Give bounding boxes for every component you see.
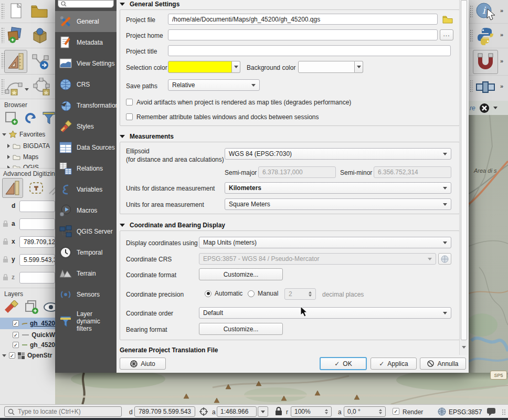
cancel-button[interactable]: Annulla bbox=[420, 358, 466, 370]
digitizing-a-input[interactable] bbox=[19, 218, 55, 230]
lock-icon[interactable] bbox=[3, 238, 8, 245]
layer-row[interactable]: ✓ OpenStr bbox=[0, 350, 55, 361]
help-button[interactable]: Aiuto bbox=[120, 358, 166, 370]
render-checkbox[interactable]: ✓ bbox=[393, 408, 399, 415]
layer-row[interactable]: ✓ QuickW bbox=[0, 330, 55, 340]
distance-units-combobox[interactable]: Kilometers bbox=[225, 182, 451, 194]
digitizing-x-input[interactable]: 789.709,128 bbox=[19, 236, 55, 248]
sidebar-item-macros[interactable]: Macros bbox=[55, 200, 117, 221]
project-home-input[interactable] bbox=[168, 29, 438, 40]
sidebar-item-transformations[interactable]: Transformations bbox=[55, 95, 117, 116]
translation-header[interactable]: Generate Project Translation File bbox=[120, 346, 218, 354]
sidebar-item-relations[interactable]: Relations bbox=[55, 158, 117, 179]
project-file-browse-button[interactable] bbox=[441, 14, 454, 25]
measurements-header[interactable]: Measurements bbox=[120, 132, 174, 141]
area-units-combobox[interactable]: Square Meters bbox=[225, 198, 451, 210]
browser-item-bigdata[interactable]: BIGDATA bbox=[7, 142, 50, 150]
digitizing-enable-button[interactable] bbox=[2, 178, 23, 198]
identify-features-button[interactable]: i bbox=[474, 1, 497, 22]
add-group-button[interactable] bbox=[23, 299, 41, 316]
sidebar-item-qgis-server[interactable]: QGIS Server bbox=[55, 221, 117, 242]
curve-digitizing-button[interactable] bbox=[3, 76, 24, 98]
scale-dropdown[interactable] bbox=[258, 406, 268, 417]
project-home-text[interactable] bbox=[172, 32, 433, 39]
sidebar-item-layer-dynamic-filters[interactable]: Layer dynamic filters bbox=[55, 305, 117, 338]
precision-spinbox[interactable]: 2 bbox=[284, 288, 316, 300]
map-tips-button[interactable] bbox=[474, 77, 497, 98]
browser-item-qgis[interactable]: QGIS... bbox=[7, 164, 44, 168]
layer-checkbox[interactable]: ✓ bbox=[13, 342, 19, 348]
browser-refresh-button[interactable] bbox=[22, 110, 39, 127]
semi-minor-input[interactable]: 6.356.752,314 bbox=[374, 166, 451, 178]
circle-digitizing-button[interactable] bbox=[30, 76, 52, 98]
toolbar-overflow-icon[interactable]: » bbox=[500, 83, 503, 89]
project-home-browse-button[interactable]: ... bbox=[440, 29, 453, 40]
remember-tables-checkbox[interactable] bbox=[126, 113, 133, 120]
digitizing-d-input[interactable] bbox=[19, 201, 55, 212]
add-raster-layer-button[interactable] bbox=[4, 24, 26, 46]
chevron-down-icon[interactable] bbox=[493, 107, 498, 109]
dropdown-caret-icon[interactable] bbox=[25, 88, 29, 91]
magnifier-spinbox[interactable]: 100% bbox=[291, 406, 332, 417]
sidebar-item-variables[interactable]: Variables bbox=[55, 179, 117, 200]
layer-row[interactable]: ✓ gh_4520 bbox=[0, 340, 55, 350]
lock-icon[interactable] bbox=[3, 256, 8, 263]
lock-icon[interactable] bbox=[3, 274, 8, 281]
semi-major-input[interactable]: 6.378.137,000 bbox=[258, 166, 336, 178]
avoid-artifacts-checkbox[interactable] bbox=[126, 99, 133, 106]
new-project-button[interactable] bbox=[6, 1, 26, 21]
selection-color-swatch[interactable] bbox=[168, 61, 232, 73]
sidebar-search-box[interactable] bbox=[58, 0, 114, 8]
expand-icon[interactable] bbox=[7, 144, 10, 148]
expand-icon[interactable] bbox=[2, 354, 6, 357]
precision-automatic-radio[interactable]: Automatic bbox=[205, 290, 242, 297]
coordinate-order-combobox[interactable]: Default bbox=[199, 307, 451, 319]
rotation-spinbox[interactable]: 0,0 ° bbox=[344, 406, 386, 417]
locate-input[interactable] bbox=[18, 408, 112, 415]
toolbar-handle[interactable] bbox=[1, 3, 4, 19]
expand-icon[interactable] bbox=[2, 133, 6, 136]
snapping-toggle-button[interactable] bbox=[473, 50, 498, 74]
coordinate-box[interactable]: 789.709 5.599.543 bbox=[134, 406, 195, 417]
map-themes-button[interactable] bbox=[43, 299, 55, 316]
digitizing-y-input[interactable]: 5.599.543,3 bbox=[19, 254, 55, 266]
toolbar-handle[interactable] bbox=[470, 29, 473, 42]
coordinate-crs-combobox[interactable]: EPSG:3857 - WGS 84 / Pseudo-Mercator bbox=[199, 253, 436, 265]
browser-add-button[interactable] bbox=[3, 110, 20, 127]
resize-grip[interactable] bbox=[502, 409, 506, 415]
dialog-scrollbar[interactable] bbox=[459, 0, 468, 355]
sidebar-item-temporal[interactable]: Temporal bbox=[55, 242, 117, 263]
locate-search-box[interactable] bbox=[4, 406, 122, 417]
browser-item-favorites[interactable]: Favorites bbox=[2, 131, 45, 138]
sidebar-item-styles[interactable]: Styles bbox=[55, 116, 117, 137]
sidebar-item-crs[interactable]: CRS bbox=[55, 74, 117, 95]
scrollbar-down-button[interactable] bbox=[460, 342, 468, 352]
map-canvas-right[interactable]: Area di s bbox=[469, 115, 508, 373]
ellipsoid-combobox[interactable]: WGS 84 (EPSG:7030) bbox=[225, 148, 451, 160]
sidebar-item-terrain[interactable]: Terrain bbox=[55, 263, 117, 284]
coordinate-display-header[interactable]: Coordinate and Bearing Display bbox=[120, 221, 225, 229]
digitizing-z-input[interactable] bbox=[19, 272, 55, 284]
browser-item-maps[interactable]: Maps bbox=[7, 153, 38, 161]
sidebar-item-view-settings[interactable]: View Settings bbox=[55, 53, 117, 74]
layer-checkbox[interactable]: ✓ bbox=[13, 332, 19, 338]
close-icon[interactable] bbox=[479, 103, 490, 113]
sidebar-item-metadata[interactable]: Metadata bbox=[55, 32, 117, 53]
toolbar-handle[interactable] bbox=[470, 5, 473, 18]
scale-box[interactable]: 1:468.966 bbox=[217, 406, 257, 417]
spinner-arrows-icon[interactable] bbox=[379, 409, 382, 414]
add-mesh-layer-button[interactable] bbox=[28, 24, 51, 46]
selection-color-dropdown[interactable] bbox=[232, 61, 240, 73]
lock-icon[interactable] bbox=[275, 407, 282, 416]
python-console-button[interactable] bbox=[474, 25, 497, 47]
apply-button[interactable]: ✓ Applica bbox=[371, 358, 417, 370]
layer-row-selected[interactable]: ✓ gh_4520 bbox=[0, 318, 55, 329]
toolbar-overflow-icon[interactable]: » bbox=[500, 7, 503, 14]
project-title-input[interactable] bbox=[168, 45, 451, 56]
general-settings-header[interactable]: General Settings bbox=[120, 0, 179, 8]
messages-icon[interactable] bbox=[486, 407, 496, 416]
vertex-tool-button[interactable] bbox=[29, 50, 52, 73]
toolbar-handle[interactable] bbox=[470, 80, 473, 92]
select-crs-button[interactable] bbox=[438, 253, 451, 265]
sidebar-item-general[interactable]: General bbox=[55, 11, 117, 32]
